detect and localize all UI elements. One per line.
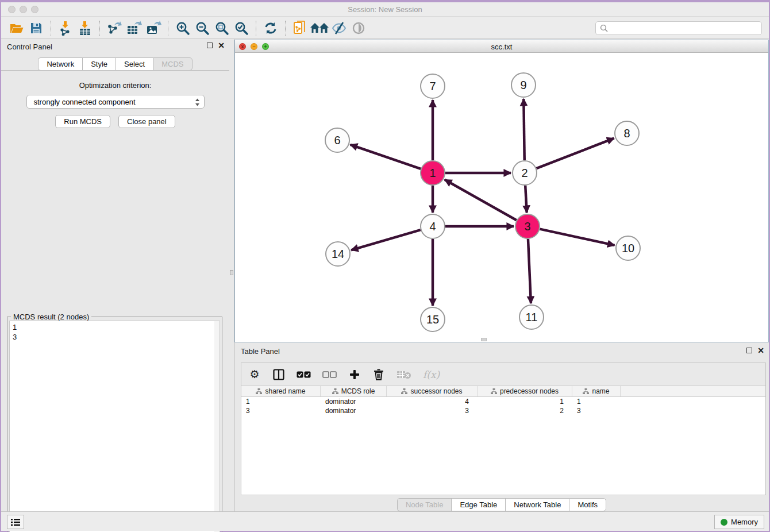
cell-successor-nodes[interactable]: 3	[387, 406, 478, 415]
network-window-titlebar[interactable]: x – + scc.txt	[235, 40, 768, 53]
panel-splitter[interactable]	[229, 39, 234, 511]
mcds-result-title: MCDS result (2 nodes)	[11, 313, 91, 321]
toolbar-separator	[51, 21, 51, 36]
cell-predecessor-nodes[interactable]: 1	[478, 397, 572, 406]
export-table-button[interactable]	[124, 20, 144, 37]
cell-name[interactable]: 3	[572, 406, 621, 415]
show-selected-button[interactable]	[349, 20, 368, 37]
cell-MCDS-role[interactable]: dominator	[321, 406, 387, 415]
apply-function-button[interactable]: f(x)	[423, 367, 440, 382]
column-header-shared-name[interactable]: shared name	[241, 386, 321, 396]
table-row[interactable]: 1dominator411	[241, 397, 765, 406]
column-header-MCDS-role[interactable]: MCDS role	[321, 386, 387, 396]
import-table-button[interactable]	[75, 20, 95, 37]
mcds-result-text[interactable]: 1 3	[9, 321, 220, 532]
search-input[interactable]	[611, 22, 761, 34]
tab-motifs[interactable]: Motifs	[569, 498, 606, 511]
edge-3-10[interactable]	[540, 229, 614, 245]
float-table-panel-icon[interactable]	[746, 348, 752, 353]
delete-table-icon	[396, 370, 411, 379]
delete-column-button[interactable]	[372, 367, 385, 382]
window-title: Session: New Session	[1, 5, 769, 14]
node-label-2: 2	[521, 167, 528, 179]
zoom-fit-button[interactable]	[212, 20, 232, 37]
function-icon: f(x)	[423, 369, 440, 380]
eye-slash-icon	[331, 21, 347, 35]
export-image-button[interactable]	[144, 20, 163, 37]
column-header-successor-nodes[interactable]: successor nodes	[387, 386, 478, 396]
open-folder-icon	[9, 21, 24, 35]
main-toolbar	[1, 17, 769, 39]
edge-2-8[interactable]	[537, 138, 614, 168]
edge-1-6[interactable]	[351, 145, 421, 169]
home-button[interactable]	[310, 20, 329, 37]
node-label-1: 1	[429, 167, 436, 179]
network-graph-canvas[interactable]: 7968124314101511	[235, 53, 768, 342]
memory-button[interactable]: Memory	[714, 515, 764, 529]
duplicate-network-button[interactable]	[290, 20, 310, 37]
tab-node-table[interactable]: Node Table	[397, 498, 452, 511]
tab-style[interactable]: Style	[82, 57, 116, 71]
column-header-predecessor-nodes[interactable]: predecessor nodes	[478, 386, 572, 396]
import-network-button[interactable]	[56, 20, 75, 37]
node-label-9: 9	[520, 79, 526, 91]
add-column-button[interactable]	[348, 367, 361, 382]
edge-4-14[interactable]	[351, 230, 421, 250]
optimization-criterion-select[interactable]: strongly connected component	[26, 95, 205, 109]
toolbar-separator	[99, 21, 100, 36]
search-box[interactable]	[595, 21, 762, 35]
task-history-button[interactable]	[7, 515, 24, 529]
tab-network[interactable]: Network	[38, 57, 82, 71]
table-options-button[interactable]: ⚙	[248, 367, 261, 382]
toolbar-separator	[168, 21, 168, 36]
cell-name[interactable]: 1	[572, 397, 621, 406]
optimization-criterion-value: strongly connected component	[34, 98, 136, 106]
import-table-icon	[78, 21, 93, 36]
tab-network-table[interactable]: Network Table	[505, 498, 569, 511]
edge-3-11[interactable]	[528, 239, 531, 303]
delete-table-button[interactable]	[396, 367, 411, 382]
edge-2-3[interactable]	[525, 186, 527, 213]
close-panel-button[interactable]: Close panel	[118, 115, 175, 128]
splitter-handle-icon[interactable]	[230, 270, 233, 275]
deselect-all-button[interactable]	[322, 367, 337, 382]
node-label-4: 4	[429, 220, 436, 233]
control-panel: Control Panel ✕ Network Style Select MCD…	[1, 39, 229, 511]
run-mcds-button[interactable]: Run MCDS	[55, 115, 110, 128]
edge-3-1[interactable]	[445, 180, 517, 220]
cell-MCDS-role[interactable]: dominator	[321, 397, 387, 406]
tab-select[interactable]: Select	[116, 57, 153, 71]
cell-successor-nodes[interactable]: 4	[387, 397, 478, 406]
zoom-out-icon	[195, 21, 210, 36]
edge-2-9[interactable]	[523, 99, 524, 160]
column-view-button[interactable]	[272, 367, 285, 382]
network-hscroll-thumb[interactable]	[481, 338, 487, 341]
save-session-button[interactable]	[26, 20, 46, 37]
close-panel-icon[interactable]: ✕	[218, 43, 225, 48]
refresh-button[interactable]	[261, 20, 280, 37]
column-header-name[interactable]: name	[572, 386, 621, 396]
table-row[interactable]: 3dominator323	[241, 406, 765, 415]
close-table-panel-icon[interactable]: ✕	[757, 348, 764, 353]
zoom-in-button[interactable]	[173, 20, 192, 37]
hide-selected-button[interactable]	[329, 20, 349, 37]
memory-label: Memory	[731, 518, 758, 526]
tab-edge-table[interactable]: Edge Table	[451, 498, 505, 511]
node-label-6: 6	[334, 134, 340, 147]
float-panel-icon[interactable]	[207, 43, 213, 48]
result-scrollbar[interactable]	[214, 321, 220, 532]
node-label-8: 8	[623, 127, 630, 140]
tab-mcds[interactable]: MCDS	[153, 57, 192, 71]
export-network-button[interactable]	[105, 20, 124, 37]
eye-icon	[351, 21, 366, 35]
export-network-icon	[106, 21, 122, 36]
cell-predecessor-nodes[interactable]: 2	[478, 406, 572, 415]
select-all-button[interactable]	[297, 367, 311, 382]
cell-shared-name[interactable]: 3	[241, 406, 321, 415]
status-bar: Memory	[1, 511, 769, 531]
table-tabs: Node Table Edge Table Network Table Moti…	[234, 498, 769, 511]
zoom-out-button[interactable]	[192, 20, 212, 37]
zoom-selected-button[interactable]	[232, 20, 251, 37]
open-session-button[interactable]	[7, 20, 26, 37]
cell-shared-name[interactable]: 1	[241, 397, 321, 406]
